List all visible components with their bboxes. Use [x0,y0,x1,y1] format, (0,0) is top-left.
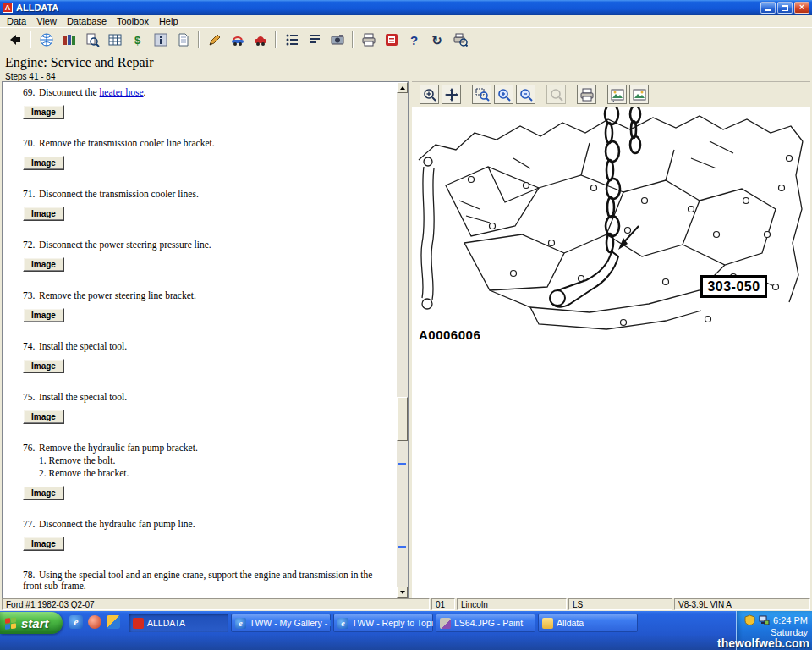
show-desktop-icon[interactable] [107,615,120,629]
step-number: 71. [23,189,39,200]
parts-table-button[interactable] [104,30,125,50]
task-label: TWW - Reply to Topic... [352,618,433,628]
image-panel: 303-050 A0006006 [412,81,810,598]
clock[interactable]: 6:24 PM [773,615,808,625]
text-view-button[interactable] [304,30,325,50]
previous-image-icon [610,87,625,102]
menu-bar: Data View Database Toolbox Help [0,15,812,28]
close-button[interactable]: × [794,2,809,14]
tool-number-label: 303-050 [700,275,767,298]
print-preview-button[interactable] [449,30,470,50]
vehicle-button[interactable] [250,30,271,50]
document-button[interactable] [173,30,194,50]
labor-estimate-button[interactable]: $ [127,30,148,50]
step-item: 73.Remove the power steering line bracke… [23,290,383,322]
menu-item-toolbox[interactable]: Toolbox [113,16,156,26]
print-image-icon [579,87,595,102]
step-number: 72. [23,240,39,251]
image-toolbar [412,82,810,107]
image-button[interactable]: Image [23,207,64,221]
taskbar: start e ALLDATA e TWW - My Gallery - M..… [0,611,812,650]
image-button[interactable]: Image [23,105,64,119]
image-button[interactable]: Image [23,359,64,373]
pen-icon [207,32,222,47]
images-view-button[interactable] [326,30,348,50]
menu-item-data[interactable]: Data [3,16,33,26]
scroll-up-button[interactable] [397,82,408,93]
task-alldata-folder[interactable]: Alldata [538,614,638,632]
library-button[interactable] [58,30,80,50]
step-item: 76.Remove the hydraulic fan pump bracket… [23,443,383,500]
task-tww-gallery[interactable]: e TWW - My Gallery - M... [231,614,331,632]
page-title: Engine: Service and Repair [5,55,807,70]
image-button[interactable]: Image [23,537,64,551]
task-label: Alldata [557,618,584,628]
print-button[interactable] [358,30,379,50]
window-title: ALLDATA [16,3,757,13]
list-view-button[interactable] [281,30,302,50]
image-button[interactable]: Image [23,156,64,170]
vertical-scrollbar[interactable] [397,82,408,598]
ie-task-icon: e [235,618,246,629]
hotline-note-button[interactable] [381,30,402,50]
notes-pen-button[interactable] [204,30,225,50]
menu-item-help[interactable]: Help [156,16,185,26]
task-label: LS64.JPG - Paint [454,618,523,628]
scroll-down-button[interactable] [397,587,408,598]
zoom-window-button[interactable] [472,85,491,104]
document-search-button[interactable] [81,30,102,50]
step-number: 70. [23,138,39,149]
image-button[interactable]: Image [23,308,64,322]
step-item: 70.Remove the transmission cooler line b… [23,138,383,170]
next-image-button[interactable] [629,85,649,104]
alldata-task-icon [133,618,144,629]
step-number: 73. [23,290,39,301]
engine-drawing-area[interactable]: 303-050 A0006006 [412,107,810,350]
printer-icon [361,32,376,47]
zoom-in-button[interactable] [420,85,439,104]
restore-button[interactable] [777,2,793,14]
start-button[interactable]: start [0,612,63,634]
pan-button[interactable] [442,85,461,104]
camera-icon [330,32,345,47]
magnify-plus-button[interactable] [494,85,513,104]
new-car-icon [230,32,245,47]
magnify-minus-button[interactable] [516,85,535,104]
step-text: Disconnect the transmission cooler lines… [39,189,199,199]
image-button[interactable]: Image [23,486,64,500]
media-player-icon[interactable] [88,615,102,629]
step-text: Using the special tool and an engine cra… [23,570,372,591]
security-shield-icon[interactable] [744,614,755,625]
zoom-reset-button[interactable] [546,85,566,104]
zoom-reset-icon [549,87,564,102]
menu-item-view[interactable]: View [33,16,63,26]
heater-hose-link[interactable]: heater hose [100,87,144,97]
task-alldata[interactable]: ALLDATA [129,614,228,632]
network-icon[interactable] [759,614,770,625]
step-item: 72.Disconnect the power steering pressur… [23,240,383,272]
image-button[interactable]: Image [23,410,64,424]
image-button[interactable]: Image [23,257,64,272]
help-button[interactable]: ? [403,30,425,50]
next-image-icon [632,87,647,102]
back-button[interactable] [4,30,25,50]
substep-text: 2. Remove the bracket. [39,468,383,479]
minimize-button[interactable] [760,2,776,14]
step-text: Disconnect the heater hose. [39,87,145,97]
internet-explorer-icon[interactable]: e [69,615,83,629]
print-image-button[interactable] [577,85,596,104]
new-vehicle-button[interactable] [227,30,248,50]
menu-item-database[interactable]: Database [63,16,113,26]
help-icon: ? [410,35,418,46]
previous-image-button[interactable] [607,85,627,104]
refresh-button[interactable]: ↻ [426,30,447,50]
step-item: 77.Disconnect the hydraulic fan pump lin… [23,519,383,551]
step-number: 75. [23,392,39,403]
car-icon [253,32,268,47]
task-tww-reply[interactable]: e TWW - Reply to Topic... [333,614,433,632]
text-lines-icon [307,32,322,47]
scrollbar-thumb[interactable] [397,397,408,441]
task-paint[interactable]: LS64.JPG - Paint [436,614,535,632]
info-button[interactable] [150,30,171,50]
online-button[interactable] [36,30,57,50]
